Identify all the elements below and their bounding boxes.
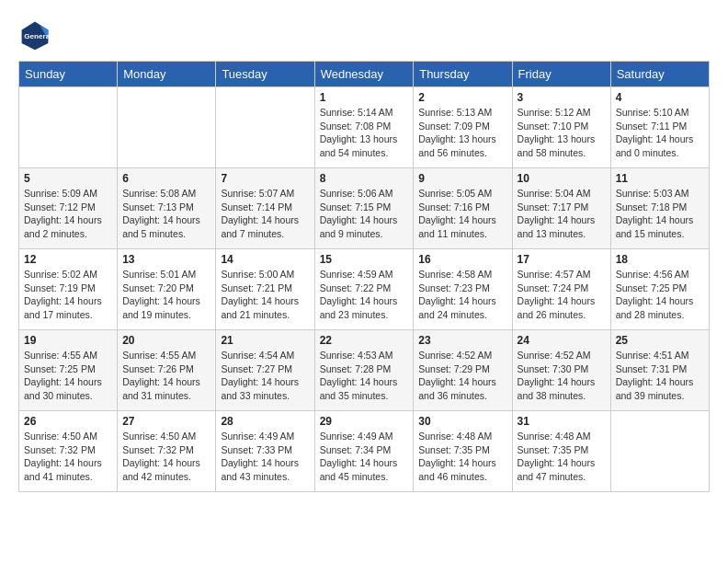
weekday-header: Sunday: [19, 62, 118, 87]
calendar-cell: 25Sunrise: 4:51 AM Sunset: 7:31 PM Dayli…: [610, 330, 709, 411]
day-number: 28: [221, 415, 309, 428]
day-info: Sunrise: 4:55 AM Sunset: 7:26 PM Dayligh…: [122, 349, 210, 403]
day-info: Sunrise: 4:48 AM Sunset: 7:35 PM Dayligh…: [418, 430, 506, 484]
day-info: Sunrise: 5:01 AM Sunset: 7:20 PM Dayligh…: [122, 268, 210, 322]
calendar-cell: 29Sunrise: 4:49 AM Sunset: 7:34 PM Dayli…: [314, 411, 414, 492]
calendar-cell: 7Sunrise: 5:07 AM Sunset: 7:14 PM Daylig…: [216, 168, 314, 249]
calendar-cell: 14Sunrise: 5:00 AM Sunset: 7:21 PM Dayli…: [216, 249, 314, 330]
weekday-header: Saturday: [610, 62, 709, 87]
calendar-cell: 6Sunrise: 5:08 AM Sunset: 7:13 PM Daylig…: [118, 168, 216, 249]
day-info: Sunrise: 4:50 AM Sunset: 7:32 PM Dayligh…: [24, 430, 112, 484]
day-number: 19: [24, 334, 112, 347]
day-number: 5: [24, 172, 112, 185]
day-number: 16: [418, 253, 506, 266]
day-number: 13: [122, 253, 210, 266]
calendar-cell: 26Sunrise: 4:50 AM Sunset: 7:32 PM Dayli…: [19, 411, 118, 492]
day-info: Sunrise: 5:10 AM Sunset: 7:11 PM Dayligh…: [616, 106, 704, 160]
day-info: Sunrise: 5:13 AM Sunset: 7:09 PM Dayligh…: [418, 106, 506, 160]
day-info: Sunrise: 4:51 AM Sunset: 7:31 PM Dayligh…: [616, 349, 704, 403]
day-number: 21: [221, 334, 309, 347]
day-number: 7: [221, 172, 309, 185]
weekday-header: Thursday: [414, 62, 512, 87]
calendar-cell: 27Sunrise: 4:50 AM Sunset: 7:32 PM Dayli…: [118, 411, 216, 492]
day-number: 18: [616, 253, 704, 266]
day-info: Sunrise: 4:54 AM Sunset: 7:27 PM Dayligh…: [221, 349, 309, 403]
day-info: Sunrise: 4:52 AM Sunset: 7:29 PM Dayligh…: [418, 349, 506, 403]
day-info: Sunrise: 4:57 AM Sunset: 7:24 PM Dayligh…: [518, 268, 606, 322]
day-number: 23: [418, 334, 506, 347]
calendar-cell: 5Sunrise: 5:09 AM Sunset: 7:12 PM Daylig…: [19, 168, 118, 249]
calendar-cell: [19, 87, 118, 168]
day-number: 11: [616, 172, 704, 185]
calendar-cell: 4Sunrise: 5:10 AM Sunset: 7:11 PM Daylig…: [610, 87, 709, 168]
calendar-cell: 1Sunrise: 5:14 AM Sunset: 7:08 PM Daylig…: [314, 87, 414, 168]
day-number: 26: [24, 415, 112, 428]
calendar-cell: 19Sunrise: 4:55 AM Sunset: 7:25 PM Dayli…: [19, 330, 118, 411]
day-number: 30: [418, 415, 506, 428]
calendar-cell: [610, 411, 709, 492]
day-number: 1: [320, 91, 409, 104]
day-number: 17: [518, 253, 606, 266]
calendar-cell: 24Sunrise: 4:52 AM Sunset: 7:30 PM Dayli…: [512, 330, 610, 411]
svg-text:General: General: [24, 32, 51, 40]
day-info: Sunrise: 5:08 AM Sunset: 7:13 PM Dayligh…: [122, 187, 210, 241]
calendar-cell: 23Sunrise: 4:52 AM Sunset: 7:29 PM Dayli…: [414, 330, 512, 411]
day-info: Sunrise: 5:02 AM Sunset: 7:19 PM Dayligh…: [24, 268, 112, 322]
day-info: Sunrise: 5:09 AM Sunset: 7:12 PM Dayligh…: [24, 187, 112, 241]
day-info: Sunrise: 4:56 AM Sunset: 7:25 PM Dayligh…: [616, 268, 704, 322]
weekday-header: Wednesday: [314, 62, 414, 87]
calendar-cell: 16Sunrise: 4:58 AM Sunset: 7:23 PM Dayli…: [414, 249, 512, 330]
day-info: Sunrise: 4:52 AM Sunset: 7:30 PM Dayligh…: [518, 349, 606, 403]
calendar-cell: [216, 87, 314, 168]
day-number: 24: [518, 334, 606, 347]
calendar-cell: 18Sunrise: 4:56 AM Sunset: 7:25 PM Dayli…: [610, 249, 709, 330]
logo-icon: General: [18, 18, 51, 52]
day-info: Sunrise: 4:49 AM Sunset: 7:34 PM Dayligh…: [320, 430, 409, 484]
calendar-cell: 22Sunrise: 4:53 AM Sunset: 7:28 PM Dayli…: [314, 330, 414, 411]
day-number: 8: [320, 172, 409, 185]
day-info: Sunrise: 5:00 AM Sunset: 7:21 PM Dayligh…: [221, 268, 309, 322]
calendar-cell: 10Sunrise: 5:04 AM Sunset: 7:17 PM Dayli…: [512, 168, 610, 249]
day-info: Sunrise: 5:05 AM Sunset: 7:16 PM Dayligh…: [418, 187, 506, 241]
day-info: Sunrise: 4:59 AM Sunset: 7:22 PM Dayligh…: [320, 268, 409, 322]
day-number: 3: [518, 91, 606, 104]
calendar-cell: 3Sunrise: 5:12 AM Sunset: 7:10 PM Daylig…: [512, 87, 610, 168]
day-number: 10: [518, 172, 606, 185]
calendar-cell: 31Sunrise: 4:48 AM Sunset: 7:35 PM Dayli…: [512, 411, 610, 492]
calendar-cell: 15Sunrise: 4:59 AM Sunset: 7:22 PM Dayli…: [314, 249, 414, 330]
day-number: 14: [221, 253, 309, 266]
day-info: Sunrise: 5:14 AM Sunset: 7:08 PM Dayligh…: [320, 106, 409, 160]
day-number: 2: [418, 91, 506, 104]
calendar-cell: 20Sunrise: 4:55 AM Sunset: 7:26 PM Dayli…: [118, 330, 216, 411]
calendar-cell: 21Sunrise: 4:54 AM Sunset: 7:27 PM Dayli…: [216, 330, 314, 411]
day-number: 12: [24, 253, 112, 266]
calendar-cell: 12Sunrise: 5:02 AM Sunset: 7:19 PM Dayli…: [19, 249, 118, 330]
day-info: Sunrise: 4:58 AM Sunset: 7:23 PM Dayligh…: [418, 268, 506, 322]
day-number: 25: [616, 334, 704, 347]
day-number: 22: [320, 334, 409, 347]
calendar-cell: 8Sunrise: 5:06 AM Sunset: 7:15 PM Daylig…: [314, 168, 414, 249]
calendar-cell: 2Sunrise: 5:13 AM Sunset: 7:09 PM Daylig…: [414, 87, 512, 168]
calendar-cell: 9Sunrise: 5:05 AM Sunset: 7:16 PM Daylig…: [414, 168, 512, 249]
calendar-cell: 13Sunrise: 5:01 AM Sunset: 7:20 PM Dayli…: [118, 249, 216, 330]
day-info: Sunrise: 4:53 AM Sunset: 7:28 PM Dayligh…: [320, 349, 409, 403]
day-info: Sunrise: 5:03 AM Sunset: 7:18 PM Dayligh…: [616, 187, 704, 241]
day-info: Sunrise: 5:12 AM Sunset: 7:10 PM Dayligh…: [518, 106, 606, 160]
day-info: Sunrise: 5:06 AM Sunset: 7:15 PM Dayligh…: [320, 187, 409, 241]
day-info: Sunrise: 5:07 AM Sunset: 7:14 PM Dayligh…: [221, 187, 309, 241]
weekday-header: Tuesday: [216, 62, 314, 87]
day-number: 27: [122, 415, 210, 428]
logo: General: [18, 18, 57, 52]
day-number: 20: [122, 334, 210, 347]
day-info: Sunrise: 5:04 AM Sunset: 7:17 PM Dayligh…: [518, 187, 606, 241]
calendar-cell: [118, 87, 216, 168]
calendar-cell: 30Sunrise: 4:48 AM Sunset: 7:35 PM Dayli…: [414, 411, 512, 492]
day-number: 4: [616, 91, 704, 104]
day-number: 29: [320, 415, 409, 428]
calendar-cell: 28Sunrise: 4:49 AM Sunset: 7:33 PM Dayli…: [216, 411, 314, 492]
weekday-header: Friday: [512, 62, 610, 87]
calendar-cell: 17Sunrise: 4:57 AM Sunset: 7:24 PM Dayli…: [512, 249, 610, 330]
weekday-header: Monday: [118, 62, 216, 87]
day-number: 31: [518, 415, 606, 428]
day-info: Sunrise: 4:55 AM Sunset: 7:25 PM Dayligh…: [24, 349, 112, 403]
